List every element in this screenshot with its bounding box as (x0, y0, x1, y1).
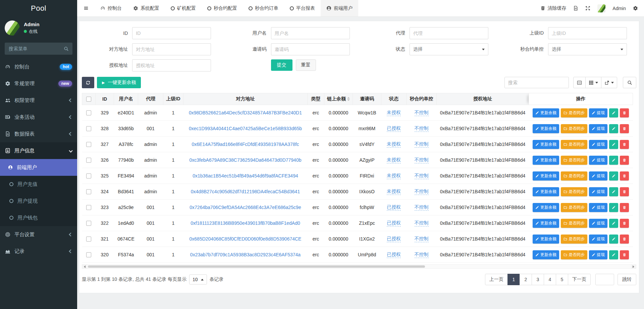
sync-toggle-button[interactable]: 是否同步 (561, 250, 587, 259)
sidebar-item-permissions[interactable]: 权限管理 (0, 92, 77, 109)
tab-seconds-contract-config[interactable]: 秒合约配置 (202, 0, 243, 16)
detail-view-button[interactable] (573, 77, 586, 88)
row-checkbox[interactable] (86, 221, 91, 226)
sync-toggle-button[interactable]: 是否同步 (561, 235, 587, 244)
order-control-select[interactable]: 选择 (548, 43, 627, 55)
order-control-link[interactable]: 不控制 (415, 189, 429, 195)
delete-button[interactable] (620, 124, 629, 133)
update-balance-button[interactable]: 更新余额 (533, 203, 559, 212)
select-all-checkbox[interactable] (86, 97, 91, 102)
withdraw-button[interactable]: 提现 (589, 250, 607, 259)
auth-address-field[interactable] (132, 59, 211, 71)
edit-button[interactable] (609, 108, 618, 117)
row-checkbox[interactable] (86, 252, 91, 257)
scroll-left-button[interactable] (82, 265, 87, 268)
sync-toggle-button[interactable]: 是否同步 (561, 219, 587, 228)
username-field[interactable] (271, 27, 350, 39)
next-page-button[interactable]: 下一页 (568, 274, 591, 285)
page-button-2[interactable]: 2 (520, 274, 532, 285)
id-field[interactable] (132, 27, 211, 39)
sidebar-item-user-withdraw[interactable]: 用户提现 (0, 193, 77, 209)
update-balance-button[interactable]: 更新余额 (533, 235, 559, 244)
delete-button[interactable] (620, 140, 629, 149)
sidebar-item-business[interactable]: 业务活动 (0, 109, 77, 125)
tab-seconds-contract-orders[interactable]: 秒合约订单 (243, 0, 284, 16)
sidebar-item-reports[interactable]: 数据报表 (0, 125, 77, 142)
delete-button[interactable] (620, 219, 629, 228)
withdraw-button[interactable]: 提现 (589, 203, 607, 212)
order-control-link[interactable]: 不控制 (415, 157, 429, 163)
status-link[interactable]: 已授权 (387, 252, 401, 258)
sync-toggle-button[interactable]: 是否同步 (561, 108, 587, 117)
sync-toggle-button[interactable]: 是否同步 (561, 171, 587, 181)
order-control-link[interactable]: 不控制 (415, 204, 429, 211)
admin-menu-label[interactable]: Admin (612, 6, 626, 11)
fullscreen-icon[interactable] (585, 6, 590, 11)
agent-field[interactable] (410, 27, 488, 39)
sync-toggle-button[interactable]: 是否同步 (561, 156, 587, 165)
invite-code-field[interactable] (271, 43, 350, 55)
parent-id-field[interactable] (548, 27, 627, 39)
sync-toggle-button[interactable]: 是否同步 (561, 124, 587, 133)
horizontal-scrollbar[interactable] (82, 264, 636, 269)
row-checkbox[interactable] (86, 173, 91, 178)
status-link[interactable]: 未授权 (387, 110, 401, 116)
sidebar-item-user-wallet[interactable]: 用户钱包 (0, 209, 77, 226)
update-balance-button[interactable]: 更新余额 (533, 140, 559, 149)
address-link[interactable]: 0xf1811123E8136BB950e439013fB70baB8F1edA… (191, 220, 300, 226)
address-link[interactable]: 0xec1D993A40441C4ae07425a5BeCe1e58B933d6… (189, 126, 302, 131)
address-link[interactable]: 0x1b36ac1B54ec51b4fB49a454d6f9a8fACFE349… (193, 173, 298, 178)
sidebar-item-platform-settings[interactable]: 平台设置 (0, 226, 77, 243)
page-button-3[interactable]: 3 (532, 274, 544, 285)
edit-button[interactable] (609, 250, 618, 259)
jump-page-input[interactable] (595, 274, 614, 285)
sync-toggle-button[interactable]: 是否同步 (561, 187, 587, 196)
page-button-5[interactable]: 5 (556, 274, 568, 285)
sidebar-toggle-button[interactable] (77, 0, 95, 16)
status-link[interactable]: 已授权 (387, 220, 401, 226)
update-balance-button[interactable]: 更新余额 (533, 187, 559, 196)
sidebar-item-user-recharge[interactable]: 用户充值 (0, 176, 77, 193)
scroll-right-button[interactable] (631, 265, 636, 268)
row-checkbox[interactable] (86, 237, 91, 242)
scrollbar-thumb[interactable] (88, 265, 425, 268)
row-checkbox[interactable] (86, 110, 91, 115)
edit-button[interactable] (609, 156, 618, 165)
row-checkbox[interactable] (86, 126, 91, 131)
scrollbar-track[interactable] (87, 265, 631, 268)
delete-button[interactable] (620, 187, 629, 196)
order-control-link[interactable]: 不控制 (415, 236, 429, 242)
update-balance-button[interactable]: 更新余额 (533, 108, 559, 117)
address-link[interactable]: 0x7264ba706C9efDA54Ac2668E4c3A7eE686a25c… (190, 205, 301, 210)
delete-button[interactable] (620, 171, 629, 181)
page-button-1[interactable]: 1 (507, 274, 520, 285)
withdraw-button[interactable]: 提现 (589, 124, 607, 133)
status-link[interactable]: 未授权 (387, 141, 401, 148)
withdraw-button[interactable]: 提现 (589, 140, 607, 149)
edit-button[interactable] (609, 187, 618, 196)
withdraw-button[interactable]: 提现 (589, 156, 607, 165)
order-control-link[interactable]: 不控制 (415, 220, 429, 226)
sidebar-item-user-info[interactable]: 用户信息 (0, 142, 77, 159)
edit-button[interactable] (609, 124, 618, 133)
log-file-icon[interactable] (573, 6, 578, 11)
settings-gear-icon[interactable] (633, 6, 638, 11)
address-link[interactable]: 0x23ab7b7df709c1A5938B3ac8D2923c4E6AF537… (190, 252, 301, 257)
status-link[interactable]: 未授权 (387, 189, 401, 195)
table-search-input[interactable] (504, 77, 569, 88)
withdraw-button[interactable]: 提现 (589, 235, 607, 244)
search-button[interactable] (623, 77, 636, 88)
update-balance-button[interactable]: 更新余额 (533, 219, 559, 228)
address-link[interactable]: 0x685D204068C85f0CfED0D060f0e8d8D5390674… (190, 236, 302, 242)
withdraw-button[interactable]: 提现 (589, 187, 607, 196)
address-link[interactable]: 0x98DB526621a64Dec5cfD324857A487B3FBe240… (189, 110, 302, 115)
row-checkbox[interactable] (86, 205, 91, 210)
withdraw-button[interactable]: 提现 (589, 108, 607, 117)
status-link[interactable]: 已授权 (387, 236, 401, 242)
update-balance-button[interactable]: 更新余额 (533, 124, 559, 133)
delete-button[interactable] (620, 250, 629, 259)
order-control-link[interactable]: 不控制 (415, 110, 429, 116)
avatar[interactable] (597, 4, 605, 12)
status-select[interactable]: 选择 (410, 43, 488, 55)
update-balance-button[interactable]: 更新余额 (533, 171, 559, 181)
